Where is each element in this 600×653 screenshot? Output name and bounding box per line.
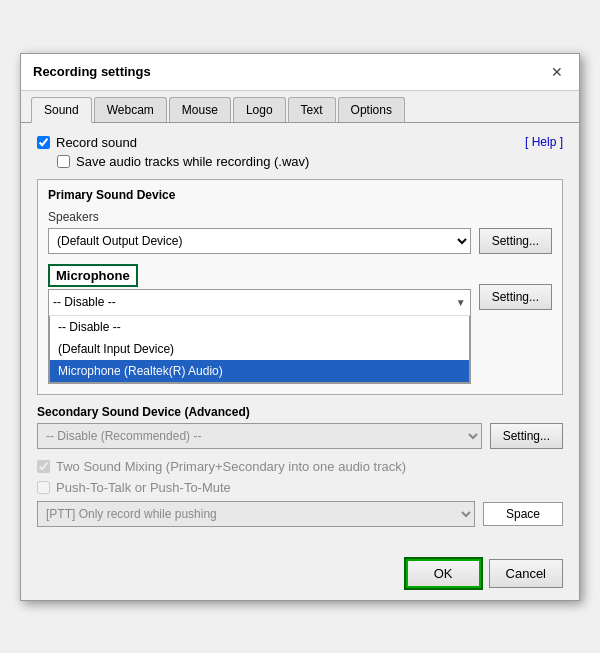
- ptt-select[interactable]: [PTT] Only record while pushing: [37, 501, 475, 527]
- ok-button[interactable]: OK: [406, 559, 481, 588]
- microphone-dropdown-header[interactable]: -- Disable -- ▼: [49, 290, 470, 316]
- dialog-title: Recording settings: [33, 64, 151, 79]
- speakers-row: (Default Output Device) Setting...: [48, 228, 552, 254]
- secondary-select[interactable]: -- Disable (Recommended) --: [37, 423, 482, 449]
- microphone-label: Microphone: [48, 264, 138, 287]
- microphone-section: Microphone -- Disable -- ▼ -- Disable --…: [48, 264, 552, 384]
- microphone-setting-button[interactable]: Setting...: [479, 284, 552, 310]
- ptt-row: [PTT] Only record while pushing: [37, 501, 563, 527]
- tab-options[interactable]: Options: [338, 97, 405, 122]
- save-audio-checkbox-label[interactable]: Save audio tracks while recording (.wav): [57, 154, 309, 169]
- ptt-checkbox-label[interactable]: Push-To-Talk or Push-To-Mute: [37, 480, 231, 495]
- tab-content: Record sound [ Help ] Save audio tracks …: [21, 123, 579, 551]
- secondary-setting-button[interactable]: Setting...: [490, 423, 563, 449]
- mic-option-disable[interactable]: -- Disable --: [50, 316, 469, 338]
- microphone-current-value: -- Disable --: [53, 295, 456, 309]
- tab-webcam[interactable]: Webcam: [94, 97, 167, 122]
- dialog-buttons: OK Cancel: [21, 551, 579, 600]
- dropdown-arrow-icon: ▼: [456, 297, 466, 308]
- cancel-button[interactable]: Cancel: [489, 559, 563, 588]
- tab-logo[interactable]: Logo: [233, 97, 286, 122]
- two-sound-mixing-checkbox[interactable]: [37, 460, 50, 473]
- mic-option-realtek[interactable]: Microphone (Realtek(R) Audio): [50, 360, 469, 382]
- ptt-key-input[interactable]: [483, 502, 563, 526]
- microphone-left: Microphone -- Disable -- ▼ -- Disable --…: [48, 264, 471, 384]
- secondary-row: -- Disable (Recommended) -- Setting...: [37, 423, 563, 449]
- two-sound-mixing-text: Two Sound Mixing (Primary+Secondary into…: [56, 459, 406, 474]
- speakers-select[interactable]: (Default Output Device): [48, 228, 471, 254]
- record-sound-checkbox-label[interactable]: Record sound: [37, 135, 137, 150]
- speakers-label: Speakers: [48, 210, 552, 224]
- ptt-label-text: Push-To-Talk or Push-To-Mute: [56, 480, 231, 495]
- record-sound-label: Record sound: [56, 135, 137, 150]
- two-sound-mixing-label[interactable]: Two Sound Mixing (Primary+Secondary into…: [37, 459, 406, 474]
- tab-sound[interactable]: Sound: [31, 97, 92, 123]
- help-link[interactable]: [ Help ]: [525, 135, 563, 149]
- title-bar: Recording settings ✕: [21, 54, 579, 91]
- save-audio-label: Save audio tracks while recording (.wav): [76, 154, 309, 169]
- primary-sound-group: Primary Sound Device Speakers (Default O…: [37, 179, 563, 395]
- ptt-checkbox[interactable]: [37, 481, 50, 494]
- close-button[interactable]: ✕: [547, 62, 567, 82]
- record-sound-checkbox[interactable]: [37, 136, 50, 149]
- save-audio-checkbox[interactable]: [57, 155, 70, 168]
- tab-mouse[interactable]: Mouse: [169, 97, 231, 122]
- secondary-group-label: Secondary Sound Device (Advanced): [37, 405, 563, 419]
- mic-option-default-input[interactable]: (Default Input Device): [50, 338, 469, 360]
- speakers-setting-button[interactable]: Setting...: [479, 228, 552, 254]
- tab-bar: Sound Webcam Mouse Logo Text Options: [21, 91, 579, 123]
- microphone-dropdown[interactable]: -- Disable -- ▼ -- Disable -- (Default I…: [48, 289, 471, 384]
- recording-settings-dialog: Recording settings ✕ Sound Webcam Mouse …: [20, 53, 580, 601]
- tab-text[interactable]: Text: [288, 97, 336, 122]
- primary-group-label: Primary Sound Device: [48, 188, 552, 202]
- microphone-options-list: -- Disable -- (Default Input Device) Mic…: [49, 316, 470, 383]
